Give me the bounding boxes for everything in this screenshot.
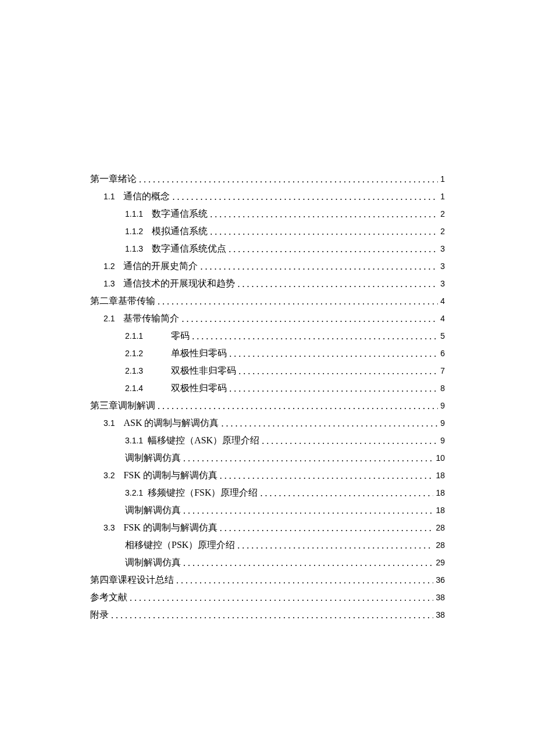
toc-section-number: 1.2: [104, 259, 115, 274]
toc-title: 第四章课程设计总结: [90, 572, 174, 587]
toc-entry: 1.1.2模拟通信系统2: [90, 224, 445, 239]
toc-dot-leader: [111, 608, 433, 623]
toc-dot-leader: [158, 294, 438, 309]
toc-entry: 1.1通信的概念1: [90, 189, 445, 204]
toc-entry: 第二章基带传输4: [90, 293, 445, 309]
toc-entry: 调制解调仿真10: [90, 450, 445, 465]
toc-dot-leader: [192, 329, 438, 344]
toc-title: FSK 的调制与解调仿真: [123, 468, 217, 483]
toc-page-number: 29: [436, 555, 445, 570]
toc-title: 第三章调制解调: [90, 398, 155, 413]
toc-title: 参考文献: [90, 590, 127, 605]
toc-title: 调制解调仿真: [125, 503, 181, 518]
toc-page-number: 3: [440, 276, 445, 291]
toc-entry: 1.3通信技术的开展现状和趋势3: [90, 276, 445, 291]
document-page: 第一章绪论11.1通信的概念11.1.1数字通信系统21.1.2模拟通信系统21…: [0, 0, 535, 756]
toc-dot-leader: [229, 381, 438, 396]
toc-dot-leader: [139, 172, 438, 187]
toc-dot-leader: [200, 259, 438, 274]
toc-page-number: 4: [440, 311, 445, 326]
toc-dot-leader: [237, 538, 433, 553]
toc-section-number: 3.2.1: [125, 485, 143, 500]
toc-page-number: 9: [440, 415, 445, 431]
toc-entry: 2.1.2单极性归零码6: [90, 346, 445, 361]
toc-title: FSK 的调制与解调仿真: [123, 520, 217, 535]
toc-page-number: 28: [436, 538, 445, 553]
toc-page-number: 1: [440, 171, 445, 187]
toc-entry: 1.2通信的开展史简介3: [90, 259, 445, 274]
toc-page-number: 6: [440, 346, 445, 361]
toc-title: 双极性归零码: [171, 381, 227, 396]
toc-page-number: 1: [440, 189, 445, 204]
toc-title: 模拟通信系统: [152, 224, 208, 239]
toc-section-number: 3.1.1: [125, 433, 143, 448]
toc-title: 移频键控（FSK）原理介绍: [148, 485, 258, 500]
toc-title: 第一章绪论: [90, 171, 137, 187]
toc-section-number: 1.1.2: [125, 224, 143, 239]
table-of-contents: 第一章绪论11.1通信的概念11.1.1数字通信系统21.1.2模拟通信系统21…: [90, 171, 445, 622]
toc-dot-leader: [172, 189, 438, 205]
toc-entry: 参考文献38: [90, 590, 445, 605]
toc-entry: 调制解调仿真18: [90, 503, 445, 518]
toc-title: 调制解调仿真: [125, 555, 181, 570]
toc-entry: 第三章调制解调9: [90, 398, 445, 413]
toc-dot-leader: [183, 556, 433, 571]
toc-dot-leader: [238, 364, 438, 379]
toc-title: 幅移键控（ASK）原理介绍: [148, 433, 259, 448]
toc-dot-leader: [220, 468, 434, 483]
toc-title: 附录: [90, 607, 109, 622]
toc-entry: 3.2.1移频键控（FSK）原理介绍18: [90, 485, 445, 500]
toc-page-number: 9: [440, 433, 445, 448]
toc-dot-leader: [262, 433, 438, 449]
toc-title: ASK 的调制与解调仿真: [123, 415, 219, 431]
toc-dot-leader: [183, 451, 433, 466]
toc-title: 相移键控（PSK）原理介绍: [125, 538, 235, 553]
toc-entry: 1.1.3数字通信系统优点3: [90, 241, 445, 256]
toc-dot-leader: [176, 573, 433, 588]
toc-dot-leader: [183, 503, 433, 518]
toc-dot-leader: [261, 486, 434, 501]
toc-entry: 3.3FSK 的调制与解调仿真28: [90, 520, 445, 535]
toc-section-number: 3.2: [104, 468, 115, 483]
toc-dot-leader: [158, 399, 438, 414]
toc-entry: 3.1.1幅移键控（ASK）原理介绍9: [90, 433, 445, 448]
toc-section-number: 3.3: [104, 520, 115, 535]
toc-title: 双极性非归零码: [171, 363, 236, 378]
toc-section-number: 2.1: [104, 311, 115, 326]
toc-title: 数字通信系统优点: [152, 241, 226, 256]
toc-entry: 1.1.1数字通信系统2: [90, 206, 445, 221]
toc-page-number: 38: [436, 590, 445, 605]
toc-entry: 3.1ASK 的调制与解调仿真9: [90, 415, 445, 431]
toc-title: 第二章基带传输: [90, 293, 155, 309]
toc-page-number: 18: [436, 503, 445, 518]
toc-title: 通信的概念: [123, 189, 170, 204]
toc-title: 零码: [171, 328, 190, 343]
toc-section-number: 1.1.1: [125, 206, 143, 221]
toc-entry: 2.1.4双极性归零码8: [90, 381, 445, 396]
toc-page-number: 8: [440, 381, 445, 396]
toc-page-number: 18: [436, 468, 445, 483]
toc-title: 通信的开展史简介: [123, 259, 198, 274]
toc-page-number: 28: [436, 520, 445, 535]
toc-dot-leader: [221, 416, 438, 431]
toc-page-number: 9: [440, 398, 445, 413]
toc-entry: 附录38: [90, 607, 445, 622]
toc-page-number: 36: [436, 572, 445, 587]
toc-page-number: 38: [436, 607, 445, 622]
toc-page-number: 10: [436, 450, 445, 465]
toc-page-number: 2: [440, 224, 445, 239]
toc-dot-leader: [229, 346, 438, 361]
toc-section-number: 2.1.1: [125, 328, 143, 343]
toc-section-number: 1.1: [104, 189, 115, 204]
toc-title: 单极性归零码: [171, 346, 227, 361]
toc-page-number: 18: [436, 485, 445, 500]
toc-entry: 2.1基带传输简介4: [90, 311, 445, 326]
toc-section-number: 2.1.4: [125, 381, 143, 396]
toc-page-number: 2: [440, 206, 445, 221]
toc-entry: 调制解调仿真29: [90, 555, 445, 570]
toc-dot-leader: [130, 590, 433, 605]
toc-entry: 第一章绪论1: [90, 171, 445, 187]
toc-dot-leader: [210, 224, 438, 239]
toc-title: 通信技术的开展现状和趋势: [123, 276, 235, 291]
toc-page-number: 5: [440, 328, 445, 343]
